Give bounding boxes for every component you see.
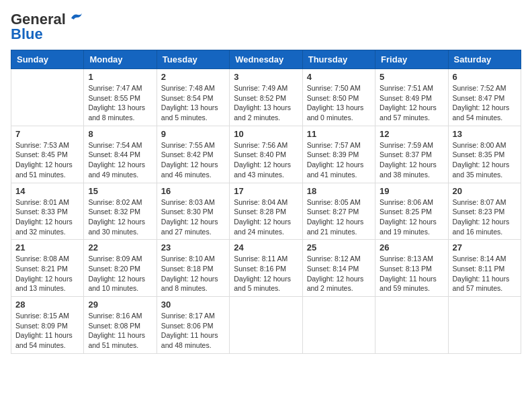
day-number: 30 bbox=[161, 300, 225, 310]
logo-bird-icon bbox=[69, 12, 83, 24]
calendar-table: SundayMondayTuesdayWednesdayThursdayFrid… bbox=[11, 50, 521, 354]
day-number: 12 bbox=[380, 129, 443, 139]
day-info: Sunrise: 8:15 AMSunset: 8:09 PMDaylight:… bbox=[15, 311, 79, 351]
day-info: Sunrise: 7:50 AMSunset: 8:50 PMDaylight:… bbox=[307, 83, 371, 123]
day-info: Sunrise: 8:16 AMSunset: 8:08 PMDaylight:… bbox=[88, 311, 152, 351]
col-header-tuesday: Tuesday bbox=[157, 50, 229, 69]
col-header-monday: Monday bbox=[84, 50, 157, 69]
col-header-wednesday: Wednesday bbox=[230, 50, 302, 69]
day-number: 4 bbox=[307, 72, 371, 82]
calendar-cell: 21Sunrise: 8:08 AMSunset: 8:21 PMDayligh… bbox=[11, 240, 84, 297]
calendar-cell: 5Sunrise: 7:51 AMSunset: 8:49 PMDaylight… bbox=[375, 69, 448, 126]
calendar-cell: 17Sunrise: 8:04 AMSunset: 8:28 PMDayligh… bbox=[230, 183, 302, 240]
col-header-sunday: Sunday bbox=[11, 50, 84, 69]
day-info: Sunrise: 8:08 AMSunset: 8:21 PMDaylight:… bbox=[15, 254, 79, 293]
day-number: 1 bbox=[88, 72, 152, 82]
day-number: 23 bbox=[161, 242, 225, 253]
calendar-cell: 25Sunrise: 8:12 AMSunset: 8:14 PMDayligh… bbox=[302, 240, 375, 297]
day-number: 13 bbox=[453, 129, 517, 139]
day-info: Sunrise: 8:03 AMSunset: 8:30 PMDaylight:… bbox=[161, 197, 225, 237]
calendar-cell: 10Sunrise: 7:56 AMSunset: 8:40 PMDayligh… bbox=[230, 126, 302, 183]
calendar-cell: 27Sunrise: 8:14 AMSunset: 8:11 PMDayligh… bbox=[448, 240, 521, 297]
calendar-week-row: 28Sunrise: 8:15 AMSunset: 8:09 PMDayligh… bbox=[11, 297, 521, 354]
day-number: 10 bbox=[234, 129, 298, 139]
day-number: 22 bbox=[88, 242, 152, 253]
calendar-cell: 16Sunrise: 8:03 AMSunset: 8:30 PMDayligh… bbox=[157, 183, 229, 240]
day-number: 2 bbox=[161, 72, 225, 82]
day-info: Sunrise: 7:56 AMSunset: 8:40 PMDaylight:… bbox=[234, 140, 298, 180]
calendar-cell: 30Sunrise: 8:17 AMSunset: 8:06 PMDayligh… bbox=[157, 297, 229, 354]
day-number: 26 bbox=[380, 242, 443, 253]
day-info: Sunrise: 7:47 AMSunset: 8:55 PMDaylight:… bbox=[88, 83, 152, 123]
day-info: Sunrise: 8:07 AMSunset: 8:23 PMDaylight:… bbox=[453, 197, 517, 237]
day-number: 14 bbox=[15, 186, 79, 196]
day-info: Sunrise: 7:49 AMSunset: 8:52 PMDaylight:… bbox=[234, 83, 298, 123]
calendar-cell: 15Sunrise: 8:02 AMSunset: 8:32 PMDayligh… bbox=[84, 183, 157, 240]
day-info: Sunrise: 8:13 AMSunset: 8:13 PMDaylight:… bbox=[380, 254, 443, 293]
day-info: Sunrise: 7:52 AMSunset: 8:47 PMDaylight:… bbox=[453, 83, 517, 123]
logo: General Blue bbox=[11, 11, 83, 43]
day-info: Sunrise: 8:04 AMSunset: 8:28 PMDaylight:… bbox=[234, 197, 298, 237]
day-number: 5 bbox=[380, 72, 443, 82]
calendar-cell: 1Sunrise: 7:47 AMSunset: 8:55 PMDaylight… bbox=[84, 69, 157, 126]
col-header-thursday: Thursday bbox=[302, 50, 375, 69]
day-number: 3 bbox=[234, 72, 298, 82]
day-info: Sunrise: 8:02 AMSunset: 8:32 PMDaylight:… bbox=[88, 197, 152, 237]
day-info: Sunrise: 8:11 AMSunset: 8:16 PMDaylight:… bbox=[234, 254, 298, 293]
day-number: 27 bbox=[453, 242, 517, 253]
day-number: 15 bbox=[88, 186, 152, 196]
calendar-cell: 8Sunrise: 7:54 AMSunset: 8:44 PMDaylight… bbox=[84, 126, 157, 183]
calendar-cell: 18Sunrise: 8:05 AMSunset: 8:27 PMDayligh… bbox=[302, 183, 375, 240]
day-number: 8 bbox=[88, 129, 152, 139]
calendar-cell: 13Sunrise: 8:00 AMSunset: 8:35 PMDayligh… bbox=[448, 126, 521, 183]
calendar-cell: 7Sunrise: 7:53 AMSunset: 8:45 PMDaylight… bbox=[11, 126, 84, 183]
calendar-cell bbox=[302, 297, 375, 354]
calendar-cell: 4Sunrise: 7:50 AMSunset: 8:50 PMDaylight… bbox=[302, 69, 375, 126]
day-info: Sunrise: 8:12 AMSunset: 8:14 PMDaylight:… bbox=[307, 254, 371, 293]
day-number: 20 bbox=[453, 186, 517, 196]
calendar-week-row: 7Sunrise: 7:53 AMSunset: 8:45 PMDaylight… bbox=[11, 126, 521, 183]
day-info: Sunrise: 8:01 AMSunset: 8:33 PMDaylight:… bbox=[15, 197, 79, 237]
day-number: 18 bbox=[307, 186, 371, 196]
page-header: General Blue bbox=[11, 11, 521, 43]
calendar-cell: 19Sunrise: 8:06 AMSunset: 8:25 PMDayligh… bbox=[375, 183, 448, 240]
day-info: Sunrise: 7:48 AMSunset: 8:54 PMDaylight:… bbox=[161, 83, 225, 123]
calendar-header-row: SundayMondayTuesdayWednesdayThursdayFrid… bbox=[11, 50, 521, 69]
day-number: 17 bbox=[234, 186, 298, 196]
day-info: Sunrise: 8:00 AMSunset: 8:35 PMDaylight:… bbox=[453, 140, 517, 180]
day-info: Sunrise: 7:57 AMSunset: 8:39 PMDaylight:… bbox=[307, 140, 371, 180]
calendar-cell: 9Sunrise: 7:55 AMSunset: 8:42 PMDaylight… bbox=[157, 126, 229, 183]
day-number: 9 bbox=[161, 129, 225, 139]
logo-blue-text: Blue bbox=[11, 26, 43, 43]
day-info: Sunrise: 8:14 AMSunset: 8:11 PMDaylight:… bbox=[453, 254, 517, 293]
calendar-cell: 11Sunrise: 7:57 AMSunset: 8:39 PMDayligh… bbox=[302, 126, 375, 183]
col-header-saturday: Saturday bbox=[448, 50, 521, 69]
calendar-cell bbox=[11, 69, 84, 126]
calendar-cell bbox=[448, 297, 521, 354]
calendar-cell: 20Sunrise: 8:07 AMSunset: 8:23 PMDayligh… bbox=[448, 183, 521, 240]
day-number: 11 bbox=[307, 129, 371, 139]
calendar-week-row: 21Sunrise: 8:08 AMSunset: 8:21 PMDayligh… bbox=[11, 240, 521, 297]
day-info: Sunrise: 7:51 AMSunset: 8:49 PMDaylight:… bbox=[380, 83, 443, 123]
day-info: Sunrise: 8:10 AMSunset: 8:18 PMDaylight:… bbox=[161, 254, 225, 293]
calendar-cell: 22Sunrise: 8:09 AMSunset: 8:20 PMDayligh… bbox=[84, 240, 157, 297]
day-info: Sunrise: 7:55 AMSunset: 8:42 PMDaylight:… bbox=[161, 140, 225, 180]
calendar-week-row: 1Sunrise: 7:47 AMSunset: 8:55 PMDaylight… bbox=[11, 69, 521, 126]
calendar-cell: 14Sunrise: 8:01 AMSunset: 8:33 PMDayligh… bbox=[11, 183, 84, 240]
day-number: 16 bbox=[161, 186, 225, 196]
calendar-cell: 28Sunrise: 8:15 AMSunset: 8:09 PMDayligh… bbox=[11, 297, 84, 354]
calendar-cell: 12Sunrise: 7:59 AMSunset: 8:37 PMDayligh… bbox=[375, 126, 448, 183]
calendar-cell: 23Sunrise: 8:10 AMSunset: 8:18 PMDayligh… bbox=[157, 240, 229, 297]
day-info: Sunrise: 7:53 AMSunset: 8:45 PMDaylight:… bbox=[15, 140, 79, 180]
day-info: Sunrise: 8:09 AMSunset: 8:20 PMDaylight:… bbox=[88, 254, 152, 293]
col-header-friday: Friday bbox=[375, 50, 448, 69]
day-info: Sunrise: 7:54 AMSunset: 8:44 PMDaylight:… bbox=[88, 140, 152, 180]
day-number: 6 bbox=[453, 72, 517, 82]
day-number: 21 bbox=[15, 242, 79, 253]
day-number: 19 bbox=[380, 186, 443, 196]
calendar-cell: 6Sunrise: 7:52 AMSunset: 8:47 PMDaylight… bbox=[448, 69, 521, 126]
day-info: Sunrise: 8:17 AMSunset: 8:06 PMDaylight:… bbox=[161, 311, 225, 351]
day-number: 24 bbox=[234, 242, 298, 253]
calendar-cell bbox=[230, 297, 302, 354]
calendar-cell: 24Sunrise: 8:11 AMSunset: 8:16 PMDayligh… bbox=[230, 240, 302, 297]
